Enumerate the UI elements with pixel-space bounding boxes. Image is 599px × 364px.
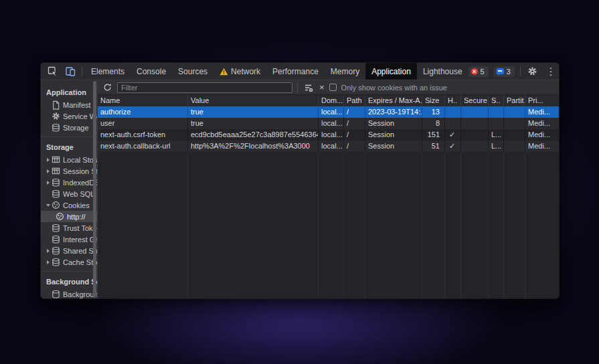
tab-network[interactable]: Network [213, 63, 266, 80]
sidebar-item-background-fetch[interactable]: Background Fetch [41, 288, 97, 298]
column-header-partition[interactable]: Partit... [504, 95, 525, 106]
sidebar-item-session-storage[interactable]: Session Storage [41, 165, 97, 177]
sidebar-item-label: Trust Tokens [63, 224, 97, 232]
cell-path: / [344, 118, 365, 129]
cell-samesite [489, 118, 504, 129]
sidebar-item-shared-storage[interactable]: Shared Storage [41, 245, 97, 256]
device-toolbar-button[interactable] [64, 65, 77, 78]
column-header-path[interactable]: Path [344, 95, 365, 106]
database-icon [52, 290, 60, 298]
cell-value: true [188, 118, 319, 129]
tab-label: Performance [272, 67, 319, 76]
sidebar-divider [41, 271, 97, 272]
tab-sources[interactable]: Sources [172, 63, 213, 80]
sidebar-item-cache-storage[interactable]: Cache Storage [41, 256, 97, 268]
cell-httponly: ✓ [445, 129, 461, 141]
sidebar-item-cookies[interactable]: Cookies [41, 199, 97, 211]
cookie-row-callback-url[interactable]: next-auth.callback-url http%3A%2F%2Floca… [98, 141, 559, 152]
tab-performance[interactable]: Performance [266, 63, 325, 80]
tab-lighthouse[interactable]: Lighthouse [417, 63, 468, 80]
chevron-right-icon [47, 260, 50, 264]
column-header-value[interactable]: Value [188, 95, 319, 106]
sidebar-item-local-storage[interactable]: Local Storage [41, 154, 97, 165]
tab-label: Application [371, 67, 411, 76]
table-empty-area [98, 152, 559, 298]
settings-button[interactable] [526, 65, 539, 78]
cell-partition [504, 106, 525, 118]
cell-path: / [344, 129, 365, 141]
refresh-button[interactable] [102, 82, 112, 93]
cell-priority: Medi... [525, 129, 560, 141]
column-header-name[interactable]: Name [98, 95, 188, 106]
cell-samesite [489, 106, 504, 118]
cookie-row-authorize[interactable]: authorize true local... / 2023-03-19T14:… [98, 106, 559, 118]
column-header-httponly[interactable]: H.. [445, 95, 461, 106]
chevron-right-icon [47, 181, 50, 185]
column-header-priority[interactable]: Pri... [525, 95, 560, 106]
cell-httponly [445, 106, 461, 118]
sidebar-item-web-sql[interactable]: Web SQL [41, 188, 97, 199]
cell-expires: Session [365, 141, 422, 152]
cookie-icon [56, 212, 64, 221]
column-header-expires[interactable]: Expires / Max-A... [365, 95, 422, 106]
only-issues-label[interactable]: Only show cookies with an issue [341, 84, 447, 92]
tab-label: Memory [331, 67, 359, 76]
tab-memory[interactable]: Memory [325, 63, 365, 80]
sidebar-item-label: Session Storage [63, 167, 97, 175]
database-icon [52, 223, 60, 232]
cell-name: next-auth.callback-url [98, 141, 188, 152]
sidebar-item-interest-groups[interactable]: Interest Groups [41, 234, 97, 245]
inspect-element-button[interactable] [46, 65, 59, 78]
sidebar-section-storage: Storage [41, 141, 97, 154]
database-icon [52, 258, 60, 266]
issues-badge[interactable]: 3 [494, 66, 515, 77]
sidebar-item-storage[interactable]: Storage [41, 122, 97, 133]
cell-expires: Session [365, 118, 422, 129]
sidebar-item-label: Background Fetch [63, 290, 97, 298]
sidebar-item-indexeddb[interactable]: IndexedDB [41, 177, 97, 188]
column-header-samesite[interactable]: S.. [489, 95, 504, 106]
filter-input[interactable] [117, 82, 292, 93]
column-header-secure[interactable]: Secure [461, 95, 489, 106]
only-issues-checkbox[interactable] [329, 84, 337, 91]
cookie-row-user[interactable]: user true local... / Session 8 Medi... [98, 118, 559, 129]
column-header-domain[interactable]: Dom... [319, 95, 344, 106]
sidebar-item-cookies-origin[interactable]: http:// [41, 211, 97, 222]
sidebar-section-background-services: Background Services [41, 275, 97, 288]
sidebar-scrollbar[interactable] [93, 81, 96, 298]
tab-label: Elements [91, 67, 124, 76]
tab-elements[interactable]: Elements [85, 63, 131, 80]
issues-icon [497, 68, 504, 74]
filter-options-button[interactable] [303, 82, 315, 93]
cell-priority: Medi... [525, 118, 560, 129]
refresh-icon [103, 83, 112, 92]
chevron-right-icon [47, 169, 50, 173]
column-header-size[interactable]: Size [422, 95, 445, 106]
cell-size: 8 [422, 118, 445, 129]
clear-filter-button[interactable]: × [319, 83, 325, 92]
error-badge[interactable]: × 5 [468, 66, 489, 77]
sidebar-item-service-workers[interactable]: Service Workers [41, 110, 97, 122]
cell-partition [504, 141, 525, 152]
tab-application[interactable]: Application [365, 63, 417, 80]
cell-secure [461, 141, 489, 152]
cookie-row-csrf-token[interactable]: next-auth.csrf-token ecd9cbd5eaaa25e27c3… [98, 129, 559, 141]
more-options-button[interactable]: ⋮ [545, 66, 558, 76]
cell-size: 151 [422, 129, 445, 141]
cell-partition [504, 118, 525, 129]
cell-name: authorize [98, 106, 188, 118]
chevron-right-icon [47, 158, 50, 162]
sidebar-item-manifest[interactable]: Manifest [41, 99, 97, 110]
cell-samesite: L... [489, 129, 504, 141]
tab-label: Sources [178, 67, 207, 76]
sidebar-item-label: Cache Storage [63, 258, 97, 266]
cell-value: ecd9cbd5eaaa25e27c3a8987e5546364... [188, 129, 319, 141]
cell-path: / [344, 106, 365, 118]
sidebar-item-trust-tokens[interactable]: Trust Tokens [41, 222, 97, 234]
application-sidebar: Application Manifest [41, 80, 98, 298]
cell-name: user [98, 118, 188, 129]
file-icon [52, 100, 60, 109]
tab-console[interactable]: Console [131, 63, 172, 80]
device-toolbar-icon [66, 66, 76, 76]
database-icon [52, 235, 60, 244]
